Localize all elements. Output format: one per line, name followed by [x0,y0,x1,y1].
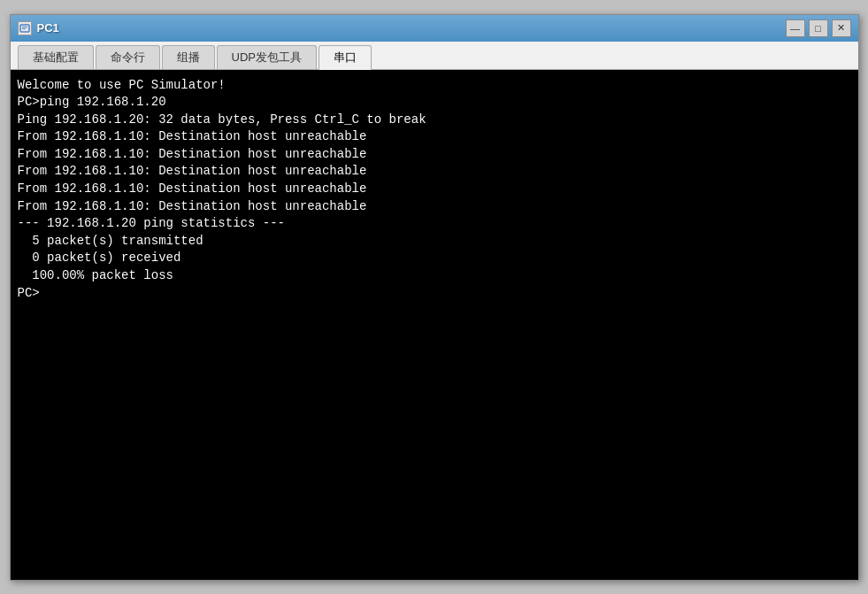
svg-rect-2 [22,28,26,29]
terminal-content: Welcome to use PC Simulator!PC>ping 192.… [18,77,851,303]
terminal-line: --- 192.168.1.20 ping statistics --- [18,215,851,233]
window-title: PC1 [37,21,59,35]
terminal-line: 5 packet(s) transmitted [18,233,851,251]
window-icon [18,21,32,35]
terminal-line: From 192.168.1.10: Destination host unre… [18,146,851,164]
terminal-line: Welcome to use PC Simulator! [18,77,851,95]
main-window: PC1 — □ ✕ 基础配置 命令行 组播 UDP发包工具 串口 Welcome… [10,14,859,581]
tab-udp[interactable]: UDP发包工具 [217,45,317,69]
tab-serial[interactable]: 串口 [319,45,372,70]
tab-multicast[interactable]: 组播 [162,45,215,69]
title-bar-left: PC1 [18,21,59,35]
tab-bar: 基础配置 命令行 组播 UDP发包工具 串口 [11,42,858,70]
minimize-button[interactable]: — [786,19,805,37]
close-button[interactable]: ✕ [832,19,851,37]
terminal-area[interactable]: Welcome to use PC Simulator!PC>ping 192.… [11,70,858,580]
terminal-line: From 192.168.1.10: Destination host unre… [18,163,851,181]
terminal-line: From 192.168.1.10: Destination host unre… [18,198,851,216]
tab-basic[interactable]: 基础配置 [18,45,94,69]
terminal-line: PC> [18,285,851,303]
maximize-button[interactable]: □ [809,19,828,37]
title-bar-controls: — □ ✕ [786,19,851,37]
terminal-line: 0 packet(s) received [18,250,851,267]
terminal-line: PC>ping 192.168.1.20 [18,94,851,112]
terminal-line: From 192.168.1.10: Destination host unre… [18,181,851,198]
title-bar: PC1 — □ ✕ [11,15,858,42]
terminal-line: Ping 192.168.1.20: 32 data bytes, Press … [18,112,851,129]
svg-rect-1 [22,27,27,27]
tab-cmd[interactable]: 命令行 [96,45,160,69]
terminal-line: 100.00% packet loss [18,267,851,285]
terminal-line: From 192.168.1.10: Destination host unre… [18,128,851,146]
